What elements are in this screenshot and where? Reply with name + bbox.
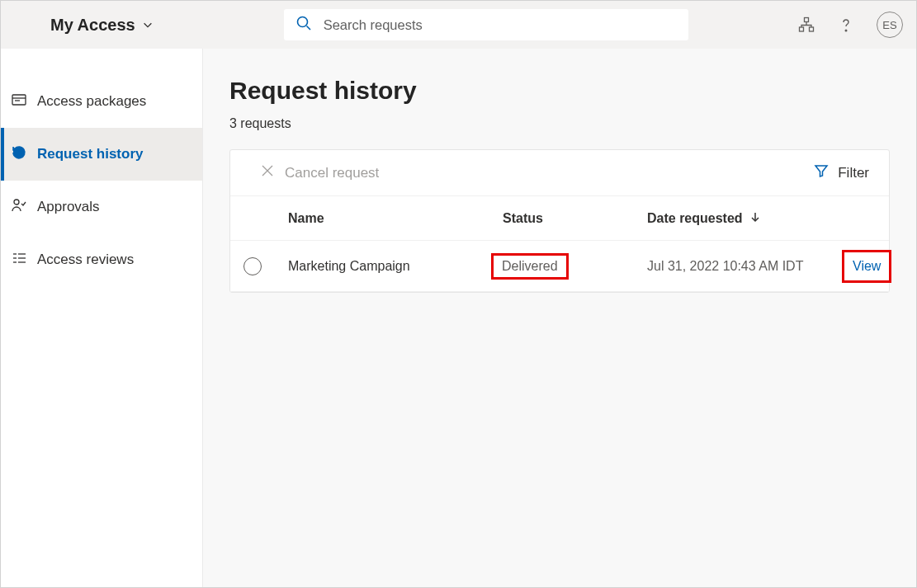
table-row: Marketing Campaign Delivered Jul 31, 202…: [230, 241, 889, 292]
reviews-icon: [11, 250, 27, 270]
search-icon: [295, 15, 312, 35]
approvals-icon: [11, 197, 27, 218]
requests-panel: Cancel request Filter Name Status Date r…: [229, 149, 890, 293]
sidebar-item-access-reviews[interactable]: Access reviews: [1, 233, 202, 286]
panel-toolbar: Cancel request Filter: [230, 150, 889, 196]
col-date-requested[interactable]: Date requested: [647, 211, 853, 226]
row-select[interactable]: [243, 257, 262, 275]
page-title: Request history: [229, 77, 890, 105]
svg-rect-4: [810, 27, 814, 31]
requests-table: Name Status Date requested Marketing Cam…: [230, 196, 889, 292]
cancel-label: Cancel request: [285, 165, 379, 181]
svg-rect-6: [12, 95, 26, 105]
sidebar-item-label: Approvals: [37, 199, 100, 215]
request-count: 3 requests: [229, 116, 890, 131]
chevron-down-icon: [142, 16, 154, 35]
avatar[interactable]: ES: [877, 12, 903, 38]
row-date: Jul 31, 2022 10:43 AM IDT: [647, 259, 853, 274]
col-date-label: Date requested: [647, 211, 743, 226]
content: Request history 3 requests Cancel reques…: [203, 49, 916, 587]
sidebar-item-label: Access reviews: [37, 252, 134, 268]
arrow-down-icon: [749, 211, 761, 226]
header-bar: My Access ES: [1, 1, 916, 49]
filter-label: Filter: [838, 165, 869, 181]
sitemap-icon[interactable]: [797, 16, 815, 34]
app-title-text: My Access: [50, 16, 135, 35]
table-header: Name Status Date requested: [230, 196, 889, 241]
svg-point-0: [297, 17, 307, 27]
cancel-request-button[interactable]: Cancel request: [260, 163, 379, 182]
svg-point-5: [845, 30, 847, 31]
sidebar-item-access-packages[interactable]: Access packages: [1, 75, 202, 128]
row-status-cell: Delivered: [503, 253, 647, 280]
sidebar-item-label: Access packages: [37, 93, 146, 110]
filter-button[interactable]: Filter: [813, 162, 869, 183]
svg-point-9: [14, 200, 19, 205]
sidebar-item-label: Request history: [37, 146, 143, 162]
svg-line-1: [306, 26, 310, 31]
row-status: Delivered: [491, 253, 569, 280]
main: Access packages Request history Approval…: [1, 49, 916, 587]
avatar-initials: ES: [882, 19, 896, 31]
view-link[interactable]: View: [853, 259, 881, 273]
svg-rect-2: [805, 18, 809, 22]
col-name[interactable]: Name: [288, 211, 503, 226]
col-status[interactable]: Status: [503, 211, 647, 226]
svg-rect-3: [800, 27, 804, 31]
search-box[interactable]: [284, 9, 688, 40]
sidebar: Access packages Request history Approval…: [1, 49, 203, 587]
row-name: Marketing Campaign: [288, 259, 503, 274]
help-icon[interactable]: [837, 16, 855, 34]
filter-icon: [813, 162, 830, 183]
sidebar-item-request-history[interactable]: Request history: [1, 128, 202, 181]
header-actions: ES: [797, 12, 903, 38]
row-action-cell: View: [853, 250, 891, 283]
sidebar-item-approvals[interactable]: Approvals: [1, 181, 202, 233]
package-icon: [11, 92, 27, 112]
search-input[interactable]: [324, 17, 677, 33]
history-icon: [11, 144, 27, 165]
app-title-dropdown[interactable]: My Access: [50, 16, 154, 35]
close-icon: [260, 163, 275, 182]
